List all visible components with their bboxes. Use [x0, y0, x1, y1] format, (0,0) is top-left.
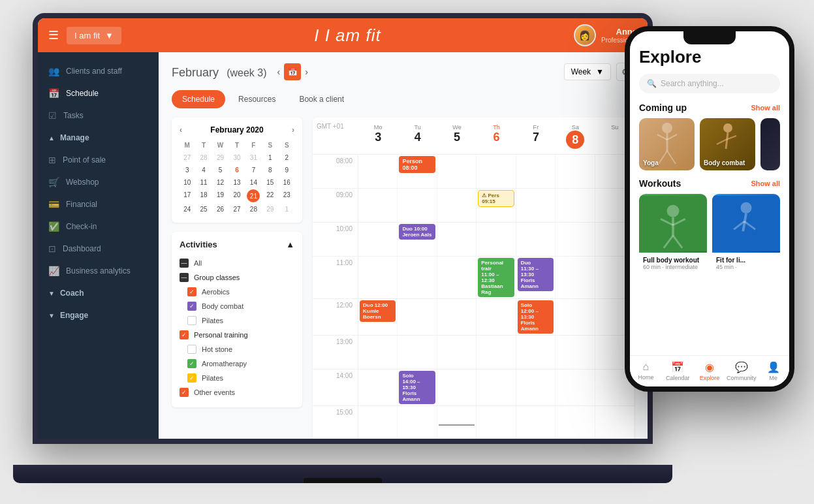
cal-cell-tu-12[interactable] — [398, 299, 437, 335]
tab-resources[interactable]: Resources — [228, 90, 286, 108]
group-checkbox[interactable]: — — [180, 273, 189, 282]
other-checkbox[interactable]: ✓ — [180, 388, 189, 397]
sidebar-item-webshop[interactable]: 🛒 Webshop — [38, 171, 159, 193]
search-bar[interactable]: 🔍 Search anything... — [639, 74, 780, 93]
mini-cal-date[interactable]: 1 — [262, 152, 277, 163]
cal-cell-tu-15[interactable] — [398, 406, 437, 439]
mini-cal-date[interactable]: 31 — [246, 152, 261, 163]
activity-item-hotstone[interactable]: Hot stone — [180, 342, 294, 356]
mini-cal-date[interactable]: 25 — [196, 204, 211, 215]
cal-cell-sa-12[interactable] — [556, 299, 595, 335]
pilates2-checkbox[interactable]: ✓ — [187, 373, 196, 383]
mini-cal-date[interactable]: 23 — [279, 189, 294, 202]
mini-cal-date[interactable]: 9 — [279, 165, 294, 176]
mini-cal-date[interactable]: 13 — [229, 177, 244, 188]
workout-card-fullbody[interactable]: Full body workout 60 min · intermediate — [639, 194, 707, 274]
mini-cal-date[interactable]: 12 — [213, 177, 228, 188]
cal-cell-su-15[interactable] — [595, 406, 634, 439]
cal-cell-mo-11[interactable] — [358, 257, 398, 298]
calendar-picker-btn[interactable]: 📅 — [284, 63, 301, 80]
cal-cell-th-15[interactable] — [477, 406, 516, 439]
mini-cal-date[interactable]: 22 — [262, 189, 277, 202]
cal-cell-sa-09[interactable] — [556, 189, 595, 222]
mini-cal-prev[interactable]: ‹ — [180, 125, 182, 134]
mini-cal-date[interactable]: 18 — [196, 189, 211, 202]
cal-cell-we-10[interactable] — [437, 223, 477, 256]
cal-cell-th-08[interactable] — [477, 155, 516, 188]
cal-cell-fr-08[interactable] — [516, 155, 556, 188]
event-duo-fr[interactable]: Duo11:30 – 13:30Floris Amann — [518, 258, 554, 291]
mini-cal-date[interactable]: 10 — [180, 177, 195, 188]
cal-cell-tu-14[interactable]: Solo14:00 – 15:30Floris Amann — [398, 370, 437, 405]
mini-cal-date[interactable]: 8 — [262, 165, 277, 176]
activity-item-group[interactable]: — Group classes — [180, 270, 294, 285]
hamburger-icon[interactable]: ☰ — [48, 28, 59, 42]
cal-cell-mo-10[interactable] — [358, 223, 398, 256]
cal-cell-we-12[interactable] — [437, 299, 477, 335]
cal-cell-mo-14[interactable] — [358, 370, 398, 405]
cal-cell-fr-13[interactable] — [516, 336, 556, 369]
week-view-selector[interactable]: Week ▼ — [564, 63, 611, 80]
cal-cell-sa-14[interactable] — [556, 370, 595, 405]
activity-item-aerobics[interactable]: ✓ Aerobics — [180, 285, 294, 299]
cal-cell-sa-15[interactable] — [556, 406, 595, 439]
phone-nav-explore[interactable]: ◉ Explore — [694, 361, 726, 381]
bodycombat-checkbox[interactable]: ✓ — [187, 302, 196, 311]
mini-cal-date[interactable]: 27 — [229, 204, 244, 215]
cal-cell-th-14[interactable] — [477, 370, 516, 405]
cal-cell-tu-11[interactable] — [398, 257, 437, 298]
sidebar-item-dashboard[interactable]: ⊡ Dashboard — [38, 238, 159, 260]
prev-arrow[interactable]: ‹ — [277, 67, 281, 77]
cal-cell-mo-13[interactable] — [358, 336, 398, 369]
cal-cell-we-14[interactable] — [437, 370, 477, 405]
sidebar-item-financial[interactable]: 💳 Financial — [38, 193, 159, 215]
cal-cell-fr-11[interactable]: Duo11:30 – 13:30Floris Amann — [516, 257, 556, 298]
sidebar-item-schedule[interactable]: 📅 Schedule — [38, 82, 159, 104]
personal-checkbox[interactable]: ✓ — [180, 330, 189, 339]
mini-cal-date[interactable]: 30 — [229, 152, 244, 163]
workouts-show-all[interactable]: Show all — [751, 180, 780, 187]
event-solo-fr-12[interactable]: Solo12:00 – 13:30Floris Amann — [518, 300, 554, 334]
mini-cal-date[interactable]: 19 — [213, 189, 228, 202]
mini-cal-date[interactable]: 11 — [196, 177, 211, 188]
mini-cal-date[interactable]: 28 — [196, 152, 211, 163]
cal-cell-tu-13[interactable] — [398, 336, 437, 369]
mini-cal-date[interactable]: 15 — [262, 177, 277, 188]
mini-cal-date[interactable]: 3 — [180, 165, 195, 176]
cal-cell-th-10[interactable] — [477, 223, 516, 256]
sidebar-item-pos[interactable]: ⊞ Point of sale — [38, 149, 159, 171]
cal-cell-mo-12[interactable]: Duo 12:00Kumle Boersn — [358, 299, 398, 335]
activity-item-pilates[interactable]: Pilates — [180, 313, 294, 328]
cal-cell-mo-15[interactable] — [358, 406, 398, 439]
cal-cell-th-09[interactable]: ⚠ Pers 09:15 — [477, 189, 516, 222]
aromatherapy-checkbox[interactable]: ✓ — [187, 359, 196, 368]
pilates-checkbox[interactable] — [187, 316, 196, 325]
workout-card-fitfor[interactable]: Fit for li... 45 min · — [712, 194, 780, 274]
event-duo-1000[interactable]: Duo 10:00Jeroen Aals — [399, 224, 435, 240]
mini-cal-date[interactable]: 4 — [196, 165, 211, 176]
mini-cal-date[interactable]: 26 — [213, 204, 228, 215]
sidebar-item-checkin[interactable]: ✅ Check-in — [38, 215, 159, 238]
mini-cal-date[interactable]: 6 — [229, 165, 244, 176]
sidebar-section-engage[interactable]: ▼ Engage — [38, 304, 159, 326]
cal-cell-fr-10[interactable] — [516, 223, 556, 256]
cal-cell-we-11[interactable] — [437, 257, 477, 298]
hotstone-checkbox[interactable] — [187, 345, 196, 354]
mini-cal-date[interactable]: 24 — [180, 204, 195, 215]
mini-cal-next[interactable]: › — [292, 125, 294, 134]
event-pers-0915[interactable]: ⚠ Pers 09:15 — [478, 190, 514, 207]
event-duo-1200[interactable]: Duo 12:00Kumle Boersn — [360, 300, 396, 322]
activities-collapse-icon[interactable]: ▲ — [286, 240, 294, 249]
all-checkbox[interactable]: — — [180, 259, 189, 268]
cal-cell-fr-12[interactable]: Solo12:00 – 13:30Floris Amann — [516, 299, 556, 335]
cal-cell-we-13[interactable] — [437, 336, 477, 369]
activity-item-bodycombat[interactable]: ✓ Body combat — [180, 299, 294, 313]
tab-book-client[interactable]: Book a client — [289, 90, 354, 108]
mini-cal-date[interactable]: 29 — [213, 152, 228, 163]
mini-cal-date[interactable]: 14 — [246, 177, 261, 188]
brand-selector[interactable]: I am fit ▼ — [67, 27, 121, 44]
phone-nav-community[interactable]: 💬 Community — [725, 361, 757, 381]
activity-item-personal[interactable]: ✓ Personal training — [180, 328, 294, 342]
phone-nav-home[interactable]: ⌂ Home — [630, 361, 662, 381]
cal-cell-th-13[interactable] — [477, 336, 516, 369]
